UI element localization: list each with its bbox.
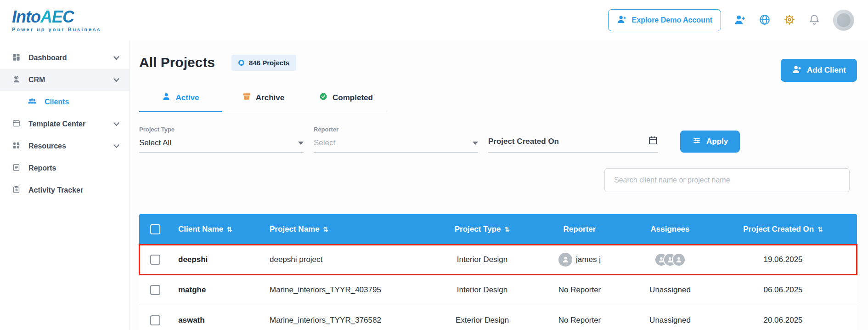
reporter-name: james j — [576, 255, 601, 264]
reporter-value: Select — [314, 138, 335, 148]
caret-down-icon — [473, 142, 478, 145]
reporter-select[interactable]: Select — [314, 138, 478, 153]
assignees-cell: Unassigned — [631, 316, 709, 325]
table-row[interactable]: aswath Marine_interiors_TYYR_376582 Exte… — [139, 305, 857, 330]
reporter-cell: No Reporter — [528, 285, 631, 295]
reporter-cell: james j — [528, 253, 631, 267]
table-row[interactable]: matghe Marine_interiors_TYYR_403795 Inte… — [139, 275, 857, 305]
client-name-cell: aswath — [171, 316, 270, 325]
column-header: Reporter — [564, 225, 596, 234]
project-type-label: Project Type — [139, 126, 304, 133]
sort-icon[interactable]: ⇅ — [817, 226, 823, 233]
add-client-button[interactable]: Add Client — [781, 59, 857, 82]
sidebar-item-label: Dashboard — [28, 54, 67, 62]
sidebar-item-dashboard[interactable]: Dashboard — [0, 47, 130, 69]
user-avatar[interactable] — [833, 10, 854, 31]
avatar-image — [837, 13, 851, 27]
project-name-cell: deepshi project — [270, 255, 436, 264]
sidebar: Dashboard CRM Clients Temp — [0, 40, 130, 330]
column-header: Project Name — [270, 225, 320, 234]
top-header: IntoAEC Power up your Business Explore D… — [0, 0, 868, 40]
sort-icon[interactable]: ⇅ — [323, 226, 329, 233]
project-type-cell: Interior Design — [436, 255, 528, 264]
project-type-cell: Exterior Design — [436, 316, 528, 325]
projects-count-badge: 846 Projects — [231, 55, 296, 71]
globe-icon — [759, 14, 771, 27]
page-title: All Projects — [139, 55, 215, 70]
activity-tracker-icon — [12, 185, 21, 196]
project-type-value: Select All — [139, 138, 171, 148]
sidebar-item-template-center[interactable]: Template Center — [0, 113, 130, 135]
tab-archive[interactable]: Archive — [222, 85, 304, 112]
reporter-avatar-icon — [558, 253, 572, 267]
sidebar-item-label: Activity Tracker — [28, 186, 83, 194]
projects-count-label: 846 Projects — [249, 59, 289, 67]
template-center-icon — [12, 119, 21, 130]
sidebar-item-reports[interactable]: Reports — [0, 157, 130, 179]
person-add-icon — [617, 14, 627, 26]
account-button[interactable] — [734, 14, 746, 27]
sidebar-item-clients[interactable]: Clients — [0, 91, 130, 113]
sidebar-item-crm[interactable]: CRM — [0, 69, 130, 91]
client-name-cell: matghe — [171, 285, 270, 295]
explore-demo-label: Explore Demo Account — [632, 16, 712, 24]
apply-button[interactable]: Apply — [680, 131, 740, 153]
column-header: Project Created On — [743, 225, 814, 234]
created-on-date-picker[interactable]: Project Created On — [488, 135, 658, 153]
sort-icon[interactable]: ⇅ — [505, 226, 510, 233]
sidebar-item-label: CRM — [28, 76, 45, 84]
project-type-cell: Interior Design — [436, 285, 528, 295]
projects-table: Client Name ⇅ Project Name ⇅ Project Typ… — [139, 214, 857, 330]
tab-label: Archive — [256, 93, 284, 102]
created-on-filter: Project Created On — [488, 135, 658, 153]
sidebar-item-resources[interactable]: Resources — [0, 135, 130, 157]
row-checkbox[interactable] — [150, 255, 160, 265]
row-checkbox[interactable] — [150, 285, 160, 295]
column-header: Client Name — [178, 225, 223, 234]
sliders-icon — [692, 136, 701, 148]
table-row[interactable]: deepshi deepshi project Interior Design … — [139, 245, 857, 275]
assignee-avatar-icon — [672, 253, 686, 267]
logo-tagline: Power up your Business — [12, 27, 101, 32]
bell-icon — [808, 14, 820, 27]
settings-button[interactable] — [783, 14, 795, 27]
reports-icon — [12, 163, 21, 174]
add-client-label: Add Client — [807, 66, 846, 75]
assignees-cell — [631, 253, 709, 267]
language-button[interactable] — [759, 14, 771, 27]
reporter-filter: Reporter Select — [314, 126, 478, 153]
reporter-cell: No Reporter — [528, 316, 631, 325]
tab-active[interactable]: Active — [139, 85, 222, 112]
search-input[interactable] — [604, 168, 850, 192]
sidebar-item-activity-tracker[interactable]: Activity Tracker — [0, 179, 130, 201]
project-name-cell: Marine_interiors_TYYR_376582 — [270, 316, 436, 325]
chevron-down-icon — [113, 54, 119, 60]
created-on-value: Project Created On — [488, 137, 559, 146]
tab-completed[interactable]: Completed — [304, 85, 387, 112]
dashboard-icon — [12, 53, 21, 63]
header-actions: Explore Demo Account — [608, 9, 854, 31]
active-person-icon — [162, 92, 171, 103]
sort-icon[interactable]: ⇅ — [227, 226, 232, 233]
project-type-filter: Project Type Select All — [139, 126, 304, 153]
chevron-down-icon — [113, 120, 119, 126]
column-header: Project Type — [455, 225, 501, 234]
clients-icon — [28, 97, 37, 108]
chevron-down-icon — [113, 142, 119, 148]
sidebar-item-label: Reports — [28, 164, 56, 172]
project-type-select[interactable]: Select All — [139, 138, 304, 153]
assignee-avatars[interactable] — [654, 253, 686, 267]
column-header: Assignees — [650, 225, 689, 234]
table-header-row: Client Name ⇅ Project Name ⇅ Project Typ… — [139, 214, 857, 245]
notifications-button[interactable] — [808, 14, 820, 27]
explore-demo-button[interactable]: Explore Demo Account — [608, 9, 721, 31]
assignees-cell: Unassigned — [631, 285, 709, 295]
logo: IntoAEC Power up your Business — [12, 9, 101, 32]
completed-icon — [319, 92, 328, 103]
app-window: IntoAEC Power up your Business Explore D… — [0, 0, 868, 330]
row-checkbox[interactable] — [150, 315, 160, 325]
select-all-checkbox[interactable] — [150, 224, 160, 234]
main-content: All Projects 846 Projects Add Client Act — [130, 40, 868, 330]
gear-icon — [783, 14, 795, 27]
apply-label: Apply — [706, 137, 728, 146]
